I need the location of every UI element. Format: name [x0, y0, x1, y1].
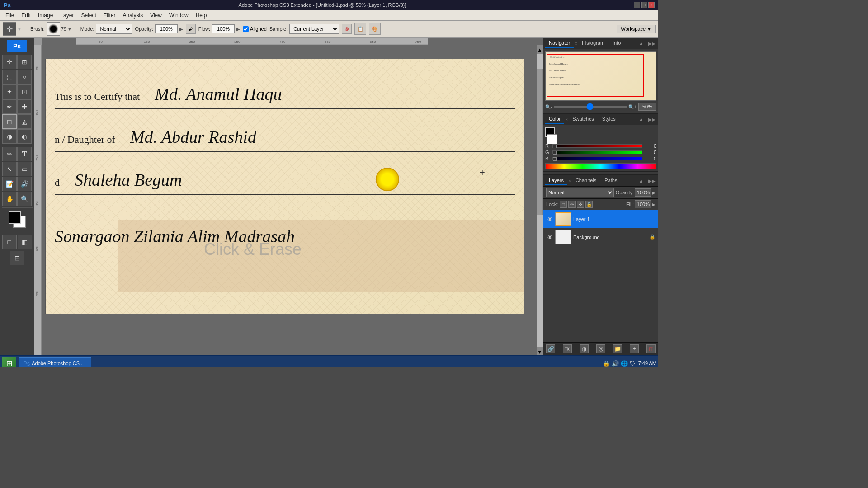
new-layer-btn[interactable]: + [630, 344, 639, 353]
link-layers-btn[interactable]: 🔗 [546, 344, 555, 353]
nav-collapse[interactable]: ▲ [637, 39, 646, 48]
extra-tool-btn[interactable]: 🎨 [369, 23, 381, 35]
sys-tray-2[interactable]: 🔊 [612, 360, 619, 367]
menu-file[interactable]: File [2, 11, 18, 19]
color-collapse[interactable]: ▲ [637, 115, 646, 124]
foreground-color[interactable] [9, 211, 21, 224]
mode-select[interactable]: Normal [96, 24, 132, 34]
tab-info[interactable]: Info [609, 39, 624, 48]
aligned-checkbox[interactable] [243, 26, 249, 32]
start-button[interactable]: ⊞ [2, 357, 16, 367]
new-group-btn[interactable]: 📁 [613, 344, 622, 353]
zoom-out-icon[interactable]: 🔍- [545, 104, 552, 109]
v-scroll-up[interactable]: ▲ [537, 45, 543, 54]
lock-pixels[interactable]: □ [560, 201, 567, 208]
menu-edit[interactable]: Edit [18, 11, 34, 19]
sys-tray-3[interactable]: 🌐 [621, 360, 628, 367]
lasso-tool[interactable]: ○ [17, 70, 32, 84]
lock-all[interactable]: 🔒 [585, 201, 593, 208]
sample-select[interactable]: Current Layer [289, 24, 339, 34]
menu-filter[interactable]: Filter [100, 11, 119, 19]
v-scrollbar[interactable]: ▲ ▼ [537, 45, 543, 355]
opacity-input[interactable] [155, 24, 178, 33]
tab-layers[interactable]: Layers [545, 176, 567, 185]
color-expand[interactable]: ▶▶ [647, 115, 656, 124]
menu-window[interactable]: Window [165, 11, 192, 19]
layer-row-1[interactable]: 👁 Layer 1 [543, 210, 658, 228]
taskbar-photoshop[interactable]: Ps Adobe Photoshop CS... [19, 357, 91, 367]
minimize-btn[interactable]: _ [634, 2, 640, 8]
dodge-tool[interactable]: ◐ [17, 129, 32, 144]
v-scroll-thumb[interactable] [537, 69, 543, 215]
healing-brush[interactable]: ✚ [17, 99, 32, 114]
marquee-tool[interactable]: ⬚ [2, 70, 17, 84]
fill-arrow-btn[interactable]: ▶ [652, 202, 656, 207]
pen-tool[interactable]: ✏ [2, 147, 17, 161]
clear-icon[interactable]: ⊗ [342, 24, 352, 34]
tab-styles[interactable]: Styles [599, 115, 619, 124]
layer-style-btn[interactable]: fx [563, 344, 572, 353]
red-slider[interactable] [552, 144, 642, 148]
menu-image[interactable]: Image [34, 11, 57, 19]
paint-bucket[interactable]: ◭ [17, 114, 32, 129]
shape-tool[interactable]: ▭ [17, 162, 32, 176]
workspace-btn[interactable]: Workspace ▼ [617, 25, 656, 33]
hand-tool[interactable]: ✋ [2, 192, 17, 206]
zoom-tool[interactable]: 🔍 [17, 192, 32, 206]
opacity-value[interactable] [635, 188, 651, 197]
new-fill-layer-btn[interactable]: ◎ [596, 344, 605, 353]
layer-1-visibility[interactable]: 👁 [546, 216, 553, 223]
blend-mode-select[interactable]: Normal [546, 188, 614, 197]
fill-value[interactable] [635, 200, 651, 208]
flow-arrow[interactable]: ▶ [236, 27, 240, 32]
menu-view[interactable]: View [146, 11, 165, 19]
lock-move[interactable]: ✛ [577, 201, 584, 208]
menu-select[interactable]: Select [77, 11, 99, 19]
crop-tool[interactable]: ⊡ [17, 84, 32, 99]
lock-brush[interactable]: ✏ [568, 201, 576, 208]
sys-tray-4[interactable]: 🛡 [630, 360, 636, 367]
sys-tray-1[interactable]: 🔒 [603, 360, 610, 367]
notes-tool[interactable]: 📝 [2, 177, 17, 191]
layers-expand[interactable]: ▶▶ [647, 176, 656, 185]
maximize-btn[interactable]: □ [641, 2, 647, 8]
layers-collapse[interactable]: ▲ [637, 176, 646, 185]
opacity-arrow[interactable]: ▶ [179, 27, 183, 32]
tab-channels[interactable]: Channels [572, 176, 600, 185]
close-btn[interactable]: × [648, 2, 655, 8]
v-scroll-track[interactable] [537, 54, 543, 347]
blur-tool[interactable]: ◑ [2, 129, 17, 144]
menu-layer[interactable]: Layer [57, 11, 77, 19]
canvas-document[interactable]: This is to Certify that Md. Anamul Haqu … [45, 59, 524, 314]
menu-analysis[interactable]: Analysis [119, 11, 146, 19]
tab-navigator[interactable]: Navigator [545, 39, 574, 48]
zoom-slider[interactable] [554, 106, 627, 108]
airbrush-icon[interactable]: 🖌 [186, 24, 196, 34]
layer-row-bg[interactable]: 👁 Background 🔒 [543, 228, 658, 246]
tool-preset-btn[interactable]: 📋 [354, 23, 366, 35]
quick-mask[interactable]: ◧ [18, 235, 32, 249]
green-slider[interactable] [552, 150, 642, 154]
zoom-input[interactable] [638, 103, 656, 111]
eraser-tool[interactable]: ◻ [2, 114, 17, 129]
type-tool[interactable]: T [17, 147, 32, 161]
artboard-tool[interactable]: ⊞ [17, 55, 32, 69]
layer-mask-btn[interactable]: ◑ [580, 344, 589, 353]
nav-expand[interactable]: ▶▶ [647, 39, 656, 48]
screen-mode[interactable]: ⊟ [10, 251, 24, 265]
tab-histogram[interactable]: Histogram [578, 39, 608, 48]
layer-bg-visibility[interactable]: 👁 [546, 234, 553, 241]
path-selection[interactable]: ↖ [2, 162, 17, 176]
color-spectrum[interactable] [545, 163, 656, 169]
brush-preview-swatch[interactable]: 79 ▼ [47, 22, 72, 36]
menu-help[interactable]: Help [192, 11, 211, 19]
audio-tool[interactable]: 🔊 [17, 177, 32, 191]
opacity-arrow-btn[interactable]: ▶ [652, 190, 656, 195]
standard-mode[interactable]: □ [2, 235, 17, 249]
tab-color[interactable]: Color [545, 115, 564, 124]
v-scroll-down[interactable]: ▼ [537, 347, 543, 355]
zoom-in-icon[interactable]: 🔍+ [628, 104, 637, 109]
flow-input[interactable] [212, 24, 235, 33]
delete-layer-btn[interactable]: 🗑 [646, 344, 656, 353]
eyedropper[interactable]: ✒ [2, 99, 17, 114]
